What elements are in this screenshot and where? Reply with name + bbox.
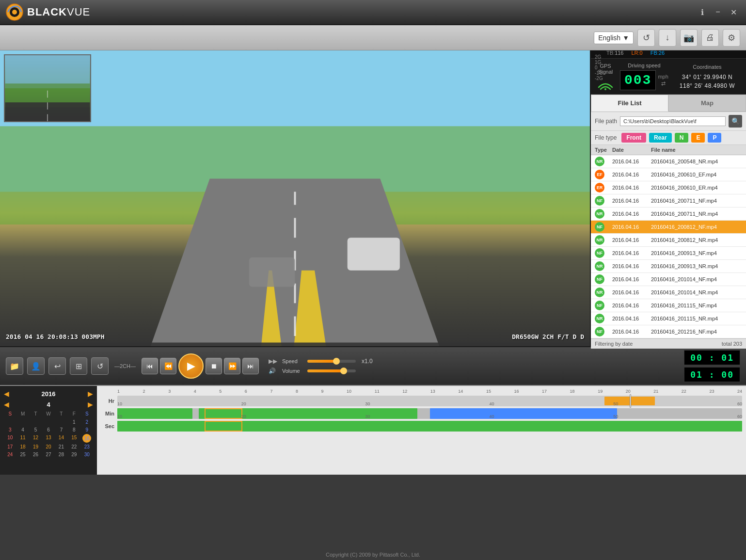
- calendar-day[interactable]: 7: [55, 426, 67, 433]
- rewind-button[interactable]: ⏪: [160, 358, 176, 374]
- refresh-button[interactable]: ↺: [637, 29, 655, 47]
- cal-label-tue: T: [30, 411, 42, 416]
- video-player[interactable]: 2016 04 16 20:08:13 003MPH DR650GW 2CH F…: [0, 50, 590, 346]
- month-prev-button[interactable]: ◀: [4, 400, 9, 408]
- calendar-day[interactable]: 10: [4, 434, 16, 443]
- folder-button[interactable]: 📁: [6, 357, 23, 375]
- volume-thumb[interactable]: [340, 368, 347, 374]
- calendar-day[interactable]: 29: [68, 451, 80, 458]
- type-parking-button[interactable]: P: [708, 133, 721, 143]
- settings-button[interactable]: ⚙: [723, 29, 740, 47]
- calendar-day[interactable]: 3: [4, 426, 16, 433]
- calendar-day[interactable]: 22: [68, 443, 80, 450]
- type-front-button[interactable]: Front: [621, 133, 646, 143]
- total-count: total 203: [722, 341, 742, 347]
- volume-fill: [307, 369, 344, 372]
- tab-filelist[interactable]: File List: [591, 95, 668, 112]
- file-row[interactable]: ER 2016.04.16 20160416_200610_ER.mp4: [591, 181, 746, 194]
- calendar-day[interactable]: 14: [55, 434, 67, 443]
- speed-slider[interactable]: [307, 360, 356, 363]
- svg-rect-12: [5, 55, 90, 88]
- file-type-icon: NF: [595, 274, 604, 284]
- calendar-day[interactable]: 6: [42, 426, 54, 433]
- file-row[interactable]: NF 2016.04.16 20160416_201014_NF.mp4: [591, 273, 746, 286]
- language-selector[interactable]: English ▼: [594, 32, 634, 44]
- file-row[interactable]: NR 2016.04.16 20160416_200913_NR.mp4: [591, 260, 746, 273]
- tab-map[interactable]: Map: [668, 95, 746, 112]
- cal-label-sat: S: [81, 411, 93, 416]
- skip-next-button[interactable]: ⏭: [242, 358, 259, 374]
- forward-button[interactable]: ⏩: [224, 358, 240, 374]
- file-name: 20160416_201014_NR.mp4: [651, 289, 742, 295]
- layout-button[interactable]: ⊞: [70, 357, 87, 375]
- print-button[interactable]: 🖨: [701, 29, 719, 47]
- calendar-day[interactable]: 18: [16, 443, 29, 450]
- calendar-day[interactable]: 1: [68, 418, 80, 426]
- skip-prev-button[interactable]: ⏮: [142, 358, 158, 374]
- calendar-day[interactable]: 21: [55, 443, 67, 450]
- rotate-button[interactable]: ↩: [48, 357, 66, 375]
- calendar-day[interactable]: 28: [55, 451, 67, 458]
- calendar-day: [30, 418, 42, 426]
- calendar-day[interactable]: 8: [68, 426, 80, 433]
- file-path-input[interactable]: C:\Users\b\Desktop\BlackVue\f: [620, 116, 726, 126]
- file-row[interactable]: NF 2016.04.16 20160416_201115_NF.mp4: [591, 299, 746, 312]
- calendar-day[interactable]: 15: [68, 434, 80, 443]
- calendar-day[interactable]: 25: [16, 451, 29, 458]
- file-type-icon: NF: [595, 196, 604, 206]
- volume-slider[interactable]: [307, 369, 356, 372]
- refresh-ctrl-button[interactable]: ↺: [91, 357, 109, 375]
- close-button[interactable]: ✕: [727, 5, 740, 19]
- file-row[interactable]: NR 2016.04.16 20160416_200812_NR.mp4: [591, 234, 746, 247]
- download-button[interactable]: ↓: [659, 29, 676, 47]
- calendar-day[interactable]: 11: [16, 434, 29, 443]
- file-row[interactable]: NR 2016.04.16 20160416_201014_NR.mp4: [591, 286, 746, 299]
- stop-button[interactable]: ⏹: [206, 358, 222, 374]
- year-next-button[interactable]: ▶: [88, 390, 93, 398]
- sec-cursor-box[interactable]: [205, 421, 242, 432]
- calendar-day[interactable]: 23: [81, 443, 93, 450]
- calendar-day-labels: S M T W T F S: [4, 411, 93, 416]
- file-row[interactable]: NR 2016.04.16 20160416_201115_NR.mp4: [591, 312, 746, 325]
- info-button[interactable]: ℹ: [696, 5, 709, 19]
- screenshot-button[interactable]: 📷: [680, 29, 698, 47]
- accel-0g-label: 0: [595, 65, 603, 70]
- file-row[interactable]: NF 2016.04.16 20160416_200711_NF.mp4: [591, 194, 746, 208]
- type-event-button[interactable]: E: [691, 133, 705, 143]
- calendar-day[interactable]: 4: [16, 426, 29, 433]
- file-row[interactable]: NR 2016.04.16 20160416_200711_NR.mp4: [591, 208, 746, 221]
- file-row[interactable]: NR 2016.04.16 20160416_200548_NR.mp4: [591, 155, 746, 168]
- file-row[interactable]: NF 2016.04.16 20160416_201216_NF.mp4: [591, 325, 746, 338]
- play-button[interactable]: ▶: [178, 353, 204, 379]
- file-list-body[interactable]: NR 2016.04.16 20160416_200548_NR.mp4 EF …: [591, 155, 746, 338]
- type-normal-button[interactable]: N: [675, 133, 689, 143]
- file-row[interactable]: EF 2016.04.16 20160416_200610_EF.mp4: [591, 168, 746, 181]
- file-row[interactable]: NF 2016.04.16 20160416_200812_NF.mp4: [591, 221, 746, 234]
- calendar-day[interactable]: 26: [30, 451, 42, 458]
- minimize-button[interactable]: −: [711, 5, 725, 19]
- speed-multiplier: x1.0: [362, 358, 373, 365]
- calendar-day[interactable]: 13: [42, 434, 54, 443]
- calendar-day[interactable]: 5: [30, 426, 42, 433]
- calendar-day[interactable]: 27: [42, 451, 54, 458]
- calendar-day[interactable]: 19: [30, 443, 42, 450]
- calendar-day[interactable]: 17: [4, 443, 16, 450]
- calendar-day[interactable]: 20: [42, 443, 54, 450]
- calendar-day[interactable]: 2: [81, 418, 93, 426]
- snapshot-button[interactable]: 👤: [27, 357, 45, 375]
- calendar-day[interactable]: 9: [81, 426, 93, 433]
- calendar-day[interactable]: 30: [81, 451, 93, 458]
- sec-track[interactable]: 102030405060: [117, 421, 742, 432]
- calendar-day[interactable]: 16: [82, 434, 91, 443]
- speed-thumb[interactable]: [333, 358, 340, 365]
- rear-camera-thumbnail[interactable]: [4, 54, 91, 122]
- calendar-section: ◀ 2016 ▶ ◀ 4 ▶ S M T W T F S 12345678910…: [0, 386, 97, 475]
- month-next-button[interactable]: ▶: [88, 400, 93, 408]
- type-rear-button[interactable]: Rear: [649, 133, 672, 143]
- calendar-day[interactable]: 12: [30, 434, 42, 443]
- calendar-day[interactable]: 24: [4, 451, 16, 458]
- year-prev-button[interactable]: ◀: [4, 390, 9, 398]
- file-row[interactable]: NF 2016.04.16 20160416_200913_NF.mp4: [591, 247, 746, 260]
- file-search-button[interactable]: 🔍: [729, 115, 742, 128]
- col-date-header: Date: [612, 147, 651, 153]
